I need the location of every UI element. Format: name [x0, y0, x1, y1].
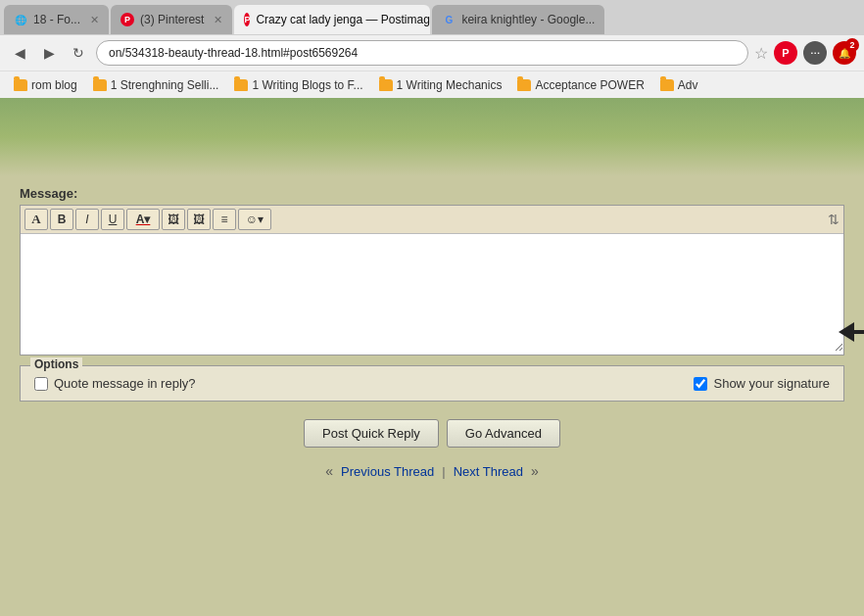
bookmark-star-icon[interactable]: ☆	[754, 44, 768, 63]
tab-3-favicon: P	[244, 13, 250, 26]
browser-toolbar-icons: P ⋯ 🔔 2	[774, 41, 856, 65]
bold-button[interactable]: B	[50, 209, 73, 230]
pinterest-extension-icon[interactable]: P	[774, 41, 797, 65]
show-signature-label: Show your signature	[713, 376, 830, 391]
quote-message-checkbox[interactable]	[34, 377, 48, 391]
tab-bar: 🌐 18 - Fo... ✕ P (3) Pinterest ✕ P Crazy…	[0, 0, 864, 35]
extension-icon[interactable]: ⋯	[803, 41, 827, 65]
bookmark-folder-icon-5	[517, 79, 531, 91]
tab-3[interactable]: P Crazy cat lady jenga — Postimag... ✕	[234, 5, 430, 34]
forum-body: Message: A B I U A▾ 🖼 🖼 ≡ ☺▾ ⇅	[0, 176, 864, 489]
arrow-body	[854, 330, 864, 334]
message-label: Message:	[20, 186, 844, 201]
bookmark-strenghning[interactable]: 1 Strenghning Selli...	[87, 76, 225, 94]
page-header-area	[0, 98, 864, 176]
bookmark-writing-blogs[interactable]: 1 Writing Blogs to F...	[228, 76, 368, 94]
thread-nav-separator: |	[442, 464, 445, 479]
font-button[interactable]: A	[24, 209, 48, 230]
bookmark-folder-icon-4	[379, 79, 393, 91]
options-legend: Options	[30, 357, 82, 371]
forward-button[interactable]: ▶	[37, 41, 61, 65]
tab-4[interactable]: G keira knightley - Google...	[432, 5, 604, 34]
thread-nav: « Previous Thread | Next Thread »	[20, 463, 844, 479]
tab-3-label: Crazy cat lady jenga — Postimag...	[256, 13, 430, 26]
message-textarea[interactable]	[21, 234, 843, 352]
emoji-button[interactable]: ☺▾	[238, 209, 271, 230]
options-box: Options Quote message in reply? Show you…	[20, 365, 844, 402]
tab-2[interactable]: P (3) Pinterest ✕	[111, 5, 232, 34]
bookmark-acceptance-power[interactable]: Acceptance POWER	[511, 76, 649, 94]
editor-toolbar: A B I U A▾ 🖼 🖼 ≡ ☺▾ ⇅	[21, 206, 843, 234]
address-text: on/534318-beauty-thread-18.html#post6569…	[109, 46, 358, 60]
bookmark-strenghning-label: 1 Strenghning Selli...	[111, 78, 219, 92]
options-inner: Quote message in reply? Show your signat…	[34, 376, 830, 391]
tab-2-label: (3) Pinterest	[140, 13, 204, 26]
quote-message-label: Quote message in reply?	[54, 376, 196, 391]
page-wrapper: Message: A B I U A▾ 🖼 🖼 ≡ ☺▾ ⇅	[0, 98, 864, 616]
bookmark-folder-icon-6	[660, 79, 674, 91]
tab-1[interactable]: 🌐 18 - Fo... ✕	[4, 5, 109, 34]
show-signature-checkbox[interactable]	[694, 377, 707, 391]
bookmark-rom-blog-label: rom blog	[31, 78, 77, 92]
editor-container: A B I U A▾ 🖼 🖼 ≡ ☺▾ ⇅	[20, 205, 844, 355]
editor-arrow-container: A B I U A▾ 🖼 🖼 ≡ ☺▾ ⇅	[20, 205, 844, 402]
quote-message-option[interactable]: Quote message in reply?	[34, 376, 196, 391]
next-thread-link[interactable]: Next Thread	[454, 464, 523, 479]
bookmark-writing-mechanics-label: 1 Writing Mechanics	[397, 78, 503, 92]
list-button[interactable]: ≡	[213, 209, 236, 230]
bookmark-writing-mechanics[interactable]: 1 Writing Mechanics	[373, 76, 508, 94]
arrow-annotation	[839, 322, 864, 342]
bookmark-adv-label: Adv	[678, 78, 698, 92]
toolbar-resize-icon[interactable]: ⇅	[828, 212, 840, 227]
insert-image-button[interactable]: 🖼	[162, 209, 185, 230]
tab-1-close[interactable]: ✕	[90, 14, 99, 26]
show-signature-option[interactable]: Show your signature	[694, 376, 830, 391]
bookmark-writing-blogs-label: 1 Writing Blogs to F...	[252, 78, 362, 92]
bookmark-acceptance-power-label: Acceptance POWER	[535, 78, 644, 92]
bookmarks-bar: rom blog 1 Strenghning Selli... 1 Writin…	[0, 71, 864, 98]
underline-button[interactable]: U	[101, 209, 124, 230]
post-quick-reply-button[interactable]: Post Quick Reply	[304, 419, 439, 448]
tab-2-favicon: P	[120, 13, 134, 26]
tab-1-favicon: 🌐	[14, 13, 27, 26]
bookmark-folder-icon	[14, 79, 27, 91]
font-color-button[interactable]: A▾	[126, 209, 160, 230]
previous-thread-link[interactable]: Previous Thread	[341, 464, 434, 479]
action-buttons: Post Quick Reply Go Advanced	[20, 419, 844, 448]
address-bar-row: ◀ ▶ ↻ on/534318-beauty-thread-18.html#po…	[0, 35, 864, 71]
tab-2-close[interactable]: ✕	[214, 14, 222, 26]
refresh-button[interactable]: ↻	[67, 41, 90, 65]
arrow-head-icon	[839, 322, 854, 342]
tab-1-label: 18 - Fo...	[33, 13, 80, 26]
go-advanced-button[interactable]: Go Advanced	[447, 419, 560, 448]
address-bar[interactable]: on/534318-beauty-thread-18.html#post6569…	[96, 40, 748, 66]
notification-badge: 2	[845, 38, 859, 52]
insert-image2-button[interactable]: 🖼	[187, 209, 211, 230]
bookmark-rom-blog[interactable]: rom blog	[8, 76, 83, 94]
back-button[interactable]: ◀	[8, 41, 31, 65]
browser-chrome: 🌐 18 - Fo... ✕ P (3) Pinterest ✕ P Crazy…	[0, 0, 864, 98]
prev-thread-arrow-icon: «	[325, 463, 333, 479]
bookmark-folder-icon-2	[93, 79, 107, 91]
bookmark-adv[interactable]: Adv	[654, 76, 704, 94]
tab-4-label: keira knightley - Google...	[461, 13, 595, 26]
tab-4-favicon: G	[442, 13, 456, 26]
bookmark-folder-icon-3	[234, 79, 248, 91]
next-thread-arrow-icon: »	[531, 463, 539, 479]
notification-icon[interactable]: 🔔 2	[833, 41, 856, 65]
italic-button[interactable]: I	[75, 209, 99, 230]
